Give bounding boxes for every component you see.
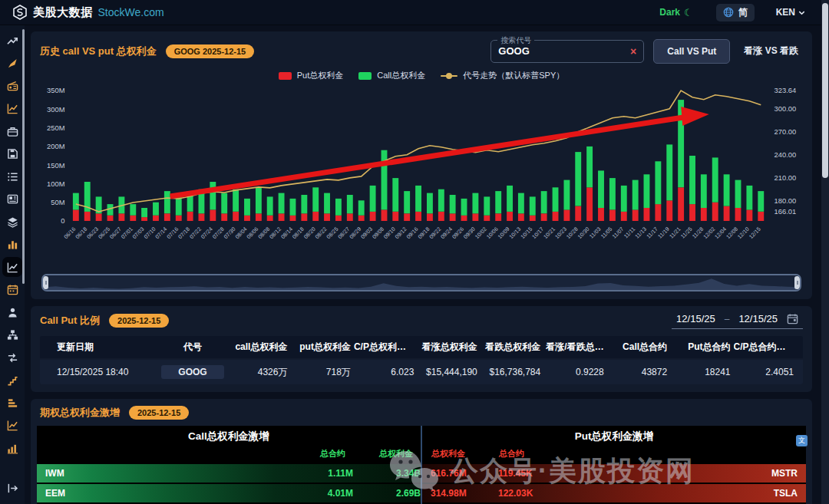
total-premium: 616.76M [422,468,490,479]
sidebar-nav [0,25,25,504]
clear-search-icon[interactable]: × [630,45,636,58]
sidebar-item-calendar[interactable] [2,280,22,300]
svg-text:350M: 350M [47,86,65,94]
svg-text:08/08: 08/08 [257,226,271,240]
brand-logo-icon [12,5,28,20]
calendar-icon[interactable] [787,313,798,324]
collapse-icon [7,483,18,494]
sidebar-item-radio[interactable] [2,76,22,96]
total-contracts: 4.01M [286,488,353,499]
line-chart-icon [7,103,18,114]
column-header: 看涨/看跌总… [543,341,606,354]
person-icon [7,307,18,318]
call-column-header: 总合约 [278,448,345,460]
sidebar-scrollbar[interactable] [22,29,25,284]
site-link[interactable]: StockWe.com [98,6,164,18]
svg-text:10/21: 10/21 [543,226,557,240]
put-surge-title: Put总权利金激增 [422,426,806,446]
call-surge-row[interactable]: IWM1.11M3.34B [37,464,421,483]
line-chart-icon [7,420,18,431]
history-chart-panel: 历史 call VS put 总权利金 GOOG 2025-12-15 搜索代号… [31,31,812,299]
brush-handle-left[interactable] [43,276,48,289]
put-surge-row[interactable]: 616.76M119.45KMSTR [422,464,806,483]
language-switcher[interactable]: 简 [716,4,755,21]
brush-handle-right[interactable] [794,276,800,289]
svg-text:06/25: 06/25 [97,226,111,240]
svg-text:11/17: 11/17 [646,226,659,240]
globe-icon [723,7,734,18]
brand-title: 美股大数据 [33,5,93,20]
svg-text:10/17: 10/17 [531,226,545,240]
sidebar-item-line-chart[interactable] [2,416,22,436]
translate-extension-icon[interactable]: 文 [796,435,808,446]
sidebar-item-rocket[interactable] [2,54,22,74]
svg-text:10/30: 10/30 [576,226,590,240]
sidebar-item-list[interactable] [2,166,22,186]
symbol-cell: GOOG [161,365,227,379]
call-surge-row[interactable]: EEM4.01M2.69B [37,484,421,502]
sidebar-item-columns[interactable] [2,438,22,458]
svg-text:06/23: 06/23 [86,226,100,240]
sidebar-item-layers[interactable] [2,212,22,232]
chart-legend: Put总权利金Call总权利金代号走势（默认标普SPY） [40,70,803,81]
symbol-search-field[interactable]: 搜索代号 × [490,40,644,63]
scrollbar-thumb[interactable] [822,3,828,178]
svg-text:07/14: 07/14 [154,226,168,240]
user-menu[interactable]: KEN [776,7,806,18]
put-column-header: 总权利金 [430,448,497,460]
legend-label: Put总权利金 [297,70,344,81]
surge-panel-title: 期权总权利金激增 [40,406,120,420]
sidebar-item-sitemap[interactable] [2,325,22,345]
column-header: put总权利金 [290,341,353,354]
call-surge-columns: 总合约总权利金 [37,446,421,463]
svg-text:12/04: 12/04 [714,226,728,240]
svg-text:08/29: 08/29 [348,226,362,240]
svg-text:11/11: 11/11 [623,226,636,240]
legend-item[interactable]: Put总权利金 [279,70,344,81]
svg-text:07/18: 07/18 [177,226,191,240]
call-put-premium-chart[interactable]: 350M300M250M200M150M100M50M0323.64300.00… [40,81,803,272]
sidebar-item-ranking[interactable] [2,393,22,413]
svg-text:08/18: 08/18 [292,226,306,240]
data-cell: 12/15/2025 18:40 [46,367,161,377]
surge-date-badge: 2025-12-15 [129,406,189,420]
ratio-date-badge: 2025-12-15 [109,314,169,328]
sidebar-item-person[interactable] [2,302,22,322]
sidebar-item-swap[interactable] [2,348,22,367]
search-input[interactable] [498,45,630,57]
rise-vs-fall-button[interactable]: 看涨 VS 看跌 [739,38,803,64]
date-to-field[interactable]: 12/15/25 [738,313,778,324]
svg-text:08/20: 08/20 [302,226,316,240]
swap-icon [7,352,18,364]
layers-icon [7,216,18,228]
date-from-field[interactable]: 12/15/25 [676,313,715,324]
sidebar-item-line-chart[interactable] [2,99,22,119]
chart-brush-navigator[interactable] [41,274,801,292]
column-header: call总权利金 [227,341,290,354]
sidebar-item-bar-chart[interactable] [2,235,22,255]
data-cell: 6.023 [354,367,417,377]
legend-item[interactable]: 代号走势（默认标普SPY） [441,70,564,81]
news-icon [7,193,18,205]
total-premium: 3.34B [353,468,421,479]
call-vs-put-button[interactable]: Call VS Put [653,39,730,64]
legend-item[interactable]: Call总权利金 [358,70,425,81]
sidebar-item-briefcase[interactable] [2,121,22,141]
svg-text:0: 0 [61,216,64,225]
svg-text:06/18: 06/18 [74,226,88,240]
svg-text:11/25: 11/25 [680,226,694,240]
dark-mode-toggle[interactable]: Dark☾ [659,7,692,18]
sidebar-item-news[interactable] [2,189,22,209]
sidebar-collapse-button[interactable] [2,479,22,499]
sidebar-item-line-chart[interactable] [2,257,22,277]
date-range-picker[interactable]: 12/15/25 – 12/15/25 [672,311,803,329]
sidebar-item-trend-up[interactable] [2,31,22,51]
sidebar-item-save[interactable] [2,144,22,164]
svg-text:09/26: 09/26 [451,226,465,240]
put-surge-row[interactable]: 314.98M122.03KTSLA [422,484,806,502]
svg-text:11/07: 11/07 [611,226,625,240]
ratio-table-row[interactable]: 12/15/2025 18:40GOOG4326万718万6.023$15,44… [40,360,803,384]
svg-text:180.00: 180.00 [775,196,797,205]
sidebar-item-stairs[interactable] [2,371,22,390]
page-scrollbar[interactable] [821,0,829,504]
